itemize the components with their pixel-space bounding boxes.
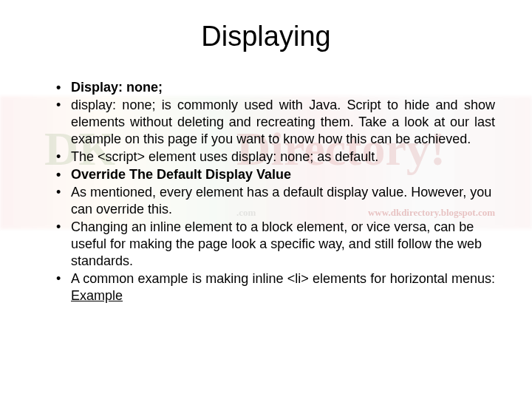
bullet-display-none-heading: Display: none; [56,79,495,96]
bullet-override-heading: Override The Default Display Value [56,166,495,183]
bullet-example-text: A common example is making inline <li> e… [71,271,495,286]
example-link[interactable]: Example [71,288,123,303]
bullet-override-desc: As mentioned, every element has a defaul… [56,184,495,218]
bullet-list: Display: none; display: none; is commonl… [37,79,495,304]
slide-title: Displaying [37,21,495,52]
bullet-inline-block: Changing an inline element to a block el… [56,219,495,270]
slide-content: Displaying Display: none; display: none;… [0,0,532,304]
bullet-script-default: The <script> element uses display: none;… [56,149,495,166]
bullet-display-none-desc: display: none; is commonly used with Jav… [56,97,495,148]
bullet-example: A common example is making inline <li> e… [56,270,495,304]
